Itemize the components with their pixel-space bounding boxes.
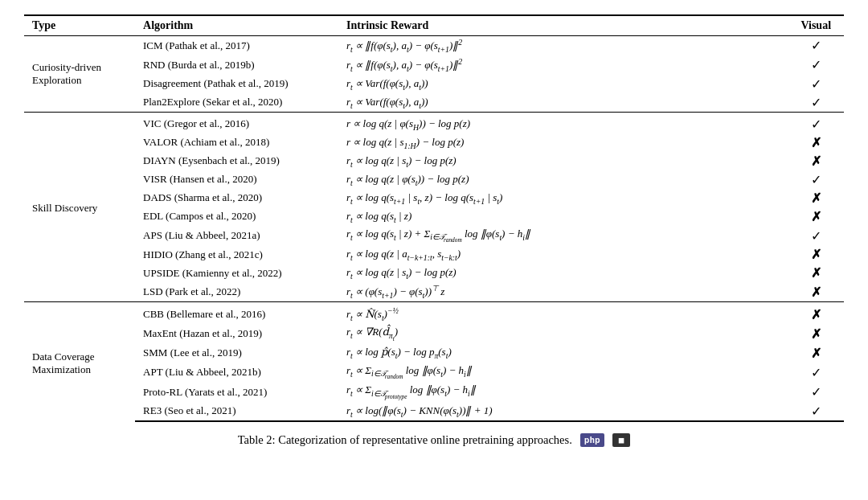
type-cell: Skill Discovery [24,112,135,301]
reward-cell: r ∝ log q(z | φ(sH)) − log p(z) [338,112,788,133]
visual-cell: ✓ [788,112,844,133]
reward-cell: rt ∝ log q(z | st) − log p(z) [338,152,788,170]
algorithm-cell: Plan2Explore (Sekar et al., 2020) [135,93,338,113]
caption-text: Table 2: Categorization of representativ… [238,433,572,447]
reward-cell: rt ∝ log q(z | φ(st)) − log p(z) [338,170,788,189]
reward-cell: rt ∝ Var(f(φ(st), at)) [338,75,788,93]
reward-cell: rt ∝ ‖f(φ(st), at) − φ(st+1)‖2 [338,36,788,55]
col-header-visual: Visual [788,15,844,36]
col-header-type: Type [24,15,135,36]
algorithm-cell: EDL (Campos et al., 2020) [135,207,338,226]
algorithm-cell: APT (Liu & Abbeel, 2021b) [135,363,338,383]
algorithm-cell: DADS (Sharma et al., 2020) [135,189,338,207]
reward-cell: rt ∝ log q(st | z) [338,207,788,226]
visual-cell: ✓ [788,402,844,421]
reward-cell: rt ∝ ∇R(d̂πt) [338,324,788,344]
type-cell: Curiosity-drivenExploration [24,36,135,113]
reward-cell: rt ∝ ‖f(φ(st), at) − φ(st+1)‖2 [338,55,788,75]
visual-cell: ✗ [788,264,844,282]
table-row: DIAYN (Eysenbach et al., 2019)rt ∝ log q… [24,152,844,170]
algorithm-cell: SMM (Lee et al., 2019) [135,344,338,363]
table-row: LSD (Park et al., 2022)rt ∝ (φ(st+1) − φ… [24,282,844,301]
visual-cell: ✗ [788,133,844,152]
algorithm-cell: VISR (Hansen et al., 2020) [135,170,338,189]
visual-cell: ✗ [788,344,844,363]
caption-area: Table 2: Categorization of representativ… [24,433,844,447]
black-badge: ■ [612,433,631,447]
algorithm-cell: Proto-RL (Yarats et al., 2021) [135,382,338,402]
table-row: VISR (Hansen et al., 2020)rt ∝ log q(z |… [24,170,844,189]
algorithm-cell: MaxEnt (Hazan et al., 2019) [135,324,338,344]
main-table: Type Algorithm Intrinsic Reward Visual C… [24,14,844,422]
table-row: SMM (Lee et al., 2019)rt ∝ log p̂(st) − … [24,344,844,363]
visual-cell: ✓ [788,36,844,55]
table-row: VALOR (Achiam et al., 2018)r ∝ log q(z |… [24,133,844,152]
table-row: Proto-RL (Yarats et al., 2021)rt ∝ Σi∈𝒯p… [24,382,844,402]
table-row: APS (Liu & Abbeel, 2021a)rt ∝ log q(st |… [24,226,844,246]
algorithm-cell: RND (Burda et al., 2019b) [135,55,338,75]
visual-cell: ✗ [788,282,844,301]
visual-cell: ✓ [788,226,844,246]
reward-cell: rt ∝ Σi∈𝒯prototype log ‖φ(st) − hi‖ [338,382,788,402]
table-row: RND (Burda et al., 2019b)rt ∝ ‖f(φ(st), … [24,55,844,75]
algorithm-cell: Disagreement (Pathak et al., 2019) [135,75,338,93]
table-row: MaxEnt (Hazan et al., 2019)rt ∝ ∇R(d̂πt)… [24,324,844,344]
algorithm-cell: LSD (Park et al., 2022) [135,282,338,301]
table-row: Data CoverageMaximizationCBB (Bellemare … [24,302,844,324]
reward-cell: rt ∝ N̂(st)−½ [338,302,788,324]
type-cell: Data CoverageMaximization [24,302,135,421]
reward-cell: rt ∝ log q(st+1 | st, z) − log q(st+1 | … [338,189,788,207]
visual-cell: ✓ [788,55,844,75]
visual-cell: ✗ [788,152,844,170]
reward-cell: rt ∝ Var(f(φ(st), at)) [338,93,788,113]
visual-cell: ✓ [788,363,844,383]
visual-cell: ✗ [788,207,844,226]
algorithm-cell: ICM (Pathak et al., 2017) [135,36,338,55]
table-row: Plan2Explore (Sekar et al., 2020)rt ∝ Va… [24,93,844,113]
visual-cell: ✗ [788,245,844,264]
visual-cell: ✓ [788,93,844,113]
reward-cell: rt ∝ (φ(st+1) − φ(st))⊤ z [338,282,788,301]
algorithm-cell: APS (Liu & Abbeel, 2021a) [135,226,338,246]
reward-cell: rt ∝ log(‖φ(st) − KNN(φ(st))‖ + 1) [338,402,788,421]
algorithm-cell: CBB (Bellemare et al., 2016) [135,302,338,324]
visual-cell: ✓ [788,170,844,189]
reward-cell: rt ∝ log p̂(st) − log pπ(st) [338,344,788,363]
visual-cell: ✗ [788,302,844,324]
visual-cell: ✓ [788,75,844,93]
table-row: Disagreement (Pathak et al., 2019)rt ∝ V… [24,75,844,93]
reward-cell: rt ∝ log q(st | z) + Σi∈𝒯random log ‖φ(s… [338,226,788,246]
algorithm-cell: RE3 (Seo et al., 2021) [135,402,338,421]
table-row: Skill DiscoveryVIC (Gregor et al., 2016)… [24,112,844,133]
table-row: UPSIDE (Kamienny et al., 2022)rt ∝ log q… [24,264,844,282]
col-header-reward: Intrinsic Reward [338,15,788,36]
table-row: HIDIO (Zhang et al., 2021c)rt ∝ log q(z … [24,245,844,264]
col-header-algorithm: Algorithm [135,15,338,36]
php-badge: php [580,433,604,447]
table-row: DADS (Sharma et al., 2020)rt ∝ log q(st+… [24,189,844,207]
visual-cell: ✗ [788,189,844,207]
reward-cell: r ∝ log q(z | s1:H) − log p(z) [338,133,788,152]
algorithm-cell: HIDIO (Zhang et al., 2021c) [135,245,338,264]
table-row: RE3 (Seo et al., 2021)rt ∝ log(‖φ(st) − … [24,402,844,421]
visual-cell: ✗ [788,324,844,344]
algorithm-cell: UPSIDE (Kamienny et al., 2022) [135,264,338,282]
algorithm-cell: VIC (Gregor et al., 2016) [135,112,338,133]
reward-cell: rt ∝ log q(z | at−k+1:t, st−k:t) [338,245,788,264]
visual-cell: ✓ [788,382,844,402]
table-row: EDL (Campos et al., 2020)rt ∝ log q(st |… [24,207,844,226]
reward-cell: rt ∝ Σi∈𝒯random log ‖φ(st) − hi‖ [338,363,788,383]
algorithm-cell: VALOR (Achiam et al., 2018) [135,133,338,152]
table-row: APT (Liu & Abbeel, 2021b)rt ∝ Σi∈𝒯random… [24,363,844,383]
table-row: Curiosity-drivenExplorationICM (Pathak e… [24,36,844,55]
algorithm-cell: DIAYN (Eysenbach et al., 2019) [135,152,338,170]
reward-cell: rt ∝ log q(z | st) − log p(z) [338,264,788,282]
